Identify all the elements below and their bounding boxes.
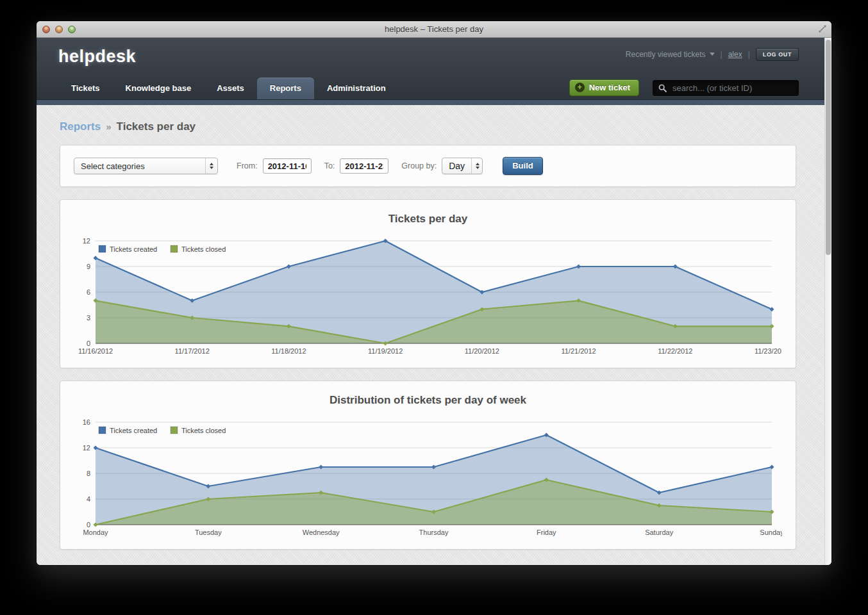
page-title: Tickets per day xyxy=(117,120,196,133)
svg-text:3: 3 xyxy=(86,314,90,322)
chart-title: Tickets per day xyxy=(73,213,783,226)
select-arrows-icon xyxy=(205,158,217,174)
svg-text:Monday: Monday xyxy=(83,529,108,536)
svg-text:16: 16 xyxy=(82,418,90,426)
tab-reports[interactable]: Reports xyxy=(257,78,314,99)
tab-knowledge-base[interactable]: Knowledge base xyxy=(113,78,204,99)
main-nav: Tickets Knowledge base Assets Reports Ad… xyxy=(58,78,399,99)
user-menu: Recently viewed tickets | alex | LOG OUT xyxy=(626,48,799,61)
svg-text:Sunday: Sunday xyxy=(760,529,782,536)
window-controls xyxy=(37,26,76,33)
tab-tickets[interactable]: Tickets xyxy=(58,78,113,99)
close-button[interactable] xyxy=(42,26,50,33)
chart-title: Distribution of tickets per day of week xyxy=(73,394,783,407)
new-ticket-label: New ticket xyxy=(589,83,630,92)
page-content: Reports » Tickets per day Select categor… xyxy=(37,105,824,565)
search-icon xyxy=(658,84,667,92)
fullscreen-icon[interactable] xyxy=(818,24,827,36)
svg-text:0: 0 xyxy=(86,340,90,347)
minimize-button[interactable] xyxy=(55,26,63,33)
svg-text:Thursday: Thursday xyxy=(419,529,448,536)
svg-text:11/22/2012: 11/22/2012 xyxy=(658,347,692,355)
app-window: helpdesk – Tickets per day helpdesk Rece… xyxy=(37,21,831,565)
group-by-label: Group by: xyxy=(401,161,437,170)
tab-assets[interactable]: Assets xyxy=(204,78,257,99)
svg-text:12: 12 xyxy=(82,444,90,452)
svg-text:11/23/2012: 11/23/2012 xyxy=(754,347,781,355)
svg-text:11/17/2012: 11/17/2012 xyxy=(174,347,209,355)
svg-text:11/19/2012: 11/19/2012 xyxy=(368,347,403,355)
group-by-select-value: Day xyxy=(442,161,471,171)
categories-select[interactable]: Select categories xyxy=(74,158,218,174)
app-logo[interactable]: helpdesk xyxy=(58,47,136,67)
search-input[interactable] xyxy=(671,83,793,94)
breadcrumb: Reports » Tickets per day xyxy=(60,120,796,133)
breadcrumb-reports-link[interactable]: Reports xyxy=(60,120,101,133)
from-date-input[interactable] xyxy=(263,158,312,174)
svg-text:9: 9 xyxy=(86,263,90,270)
svg-text:12: 12 xyxy=(82,237,90,245)
breadcrumb-separator: » xyxy=(106,121,111,132)
chart-canvas: 03691211/16/201211/17/201211/18/201211/1… xyxy=(73,233,783,359)
meta-divider: | xyxy=(748,50,750,59)
svg-text:6: 6 xyxy=(86,288,90,296)
username-link[interactable]: alex xyxy=(728,50,742,59)
svg-text:Wednesday: Wednesday xyxy=(302,529,339,536)
chart-canvas: 0481216MondayTuesdayWednesdayThursdayFri… xyxy=(73,414,783,540)
group-by-select[interactable]: Day xyxy=(442,158,483,174)
recently-viewed-menu[interactable]: Recently viewed tickets xyxy=(626,50,715,59)
to-label: To: xyxy=(324,161,335,170)
svg-text:11/18/2012: 11/18/2012 xyxy=(271,347,306,355)
maximize-button[interactable] xyxy=(68,26,76,33)
window-content: helpdesk Recently viewed tickets | alex … xyxy=(37,38,831,565)
meta-divider: | xyxy=(721,50,722,59)
svg-text:11/20/2012: 11/20/2012 xyxy=(464,347,499,355)
logout-button[interactable]: LOG OUT xyxy=(756,48,799,61)
svg-text:Friday: Friday xyxy=(537,529,556,536)
window-titlebar[interactable]: helpdesk – Tickets per day xyxy=(37,21,831,38)
svg-text:Tickets created: Tickets created xyxy=(110,427,157,434)
new-ticket-button[interactable]: + New ticket xyxy=(569,79,639,96)
categories-select-value: Select categories xyxy=(74,161,205,171)
window-title: helpdesk – Tickets per day xyxy=(37,24,831,34)
svg-text:Tuesday: Tuesday xyxy=(194,529,221,536)
svg-text:Tickets closed: Tickets closed xyxy=(181,245,226,253)
build-button[interactable]: Build xyxy=(503,157,543,175)
chart-tickets-per-day: Tickets per day 03691211/16/201211/17/20… xyxy=(60,199,796,368)
plus-icon: + xyxy=(575,83,585,92)
recently-viewed-label: Recently viewed tickets xyxy=(626,50,706,59)
svg-text:0: 0 xyxy=(86,521,90,529)
chevron-down-icon xyxy=(710,53,715,56)
to-date-input[interactable] xyxy=(340,158,388,174)
scrollbar[interactable] xyxy=(824,38,831,565)
svg-text:Tickets created: Tickets created xyxy=(110,245,157,253)
app-header: helpdesk Recently viewed tickets | alex … xyxy=(37,38,824,99)
svg-text:8: 8 xyxy=(86,470,90,477)
chart-distribution-per-weekday: Distribution of tickets per day of week … xyxy=(60,381,796,550)
active-section-strip xyxy=(37,99,824,105)
svg-text:Saturday: Saturday xyxy=(645,529,674,536)
report-filter-bar: Select categories From: To: Group by: Da… xyxy=(60,145,796,187)
svg-text:4: 4 xyxy=(86,495,90,503)
select-arrows-icon xyxy=(471,158,483,174)
svg-text:Tickets closed: Tickets closed xyxy=(181,427,226,434)
search-box[interactable] xyxy=(653,80,799,96)
svg-text:11/16/2012: 11/16/2012 xyxy=(78,347,112,355)
tab-administration[interactable]: Administration xyxy=(314,78,399,99)
from-label: From: xyxy=(237,161,258,170)
svg-text:11/21/2012: 11/21/2012 xyxy=(561,347,596,355)
scrollbar-thumb[interactable] xyxy=(826,40,831,255)
